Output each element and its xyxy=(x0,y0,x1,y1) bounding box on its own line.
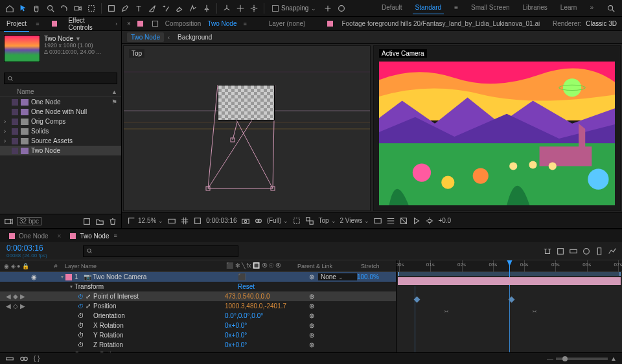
timeline-row[interactable]: ◀ ◆ ▶⏱⤢Point of Interest473.0,540.0,0.0⊚ xyxy=(0,291,396,301)
renderer-value[interactable]: Classic 3D xyxy=(586,20,617,27)
footage-panel-label[interactable]: Footage foreground hills 20/Fantasy_land… xyxy=(341,20,540,27)
motion-blur-icon[interactable] xyxy=(595,247,604,256)
search-icon[interactable] xyxy=(604,3,618,14)
parent-header[interactable]: Parent & Link xyxy=(294,263,357,269)
zoom-tool-icon[interactable] xyxy=(45,3,56,14)
timeline-tab-two-node[interactable]: Two Node≡ xyxy=(67,231,119,241)
crumb-current[interactable]: Two Node xyxy=(127,32,164,42)
ws-more-icon[interactable]: » xyxy=(587,3,596,14)
orbit-tool-icon[interactable] xyxy=(58,3,70,14)
home-icon[interactable] xyxy=(4,3,16,14)
tag-column-icon[interactable]: ▲ xyxy=(111,89,117,95)
effect-controls-tab[interactable]: Effect Controls xyxy=(65,16,109,32)
frame-blend-icon[interactable] xyxy=(582,247,591,256)
top-view[interactable]: Top xyxy=(123,45,371,211)
timeline-row[interactable]: ◉▾1📷Two Node Camera⬛⊚None ⌄100.0% xyxy=(0,272,396,282)
project-tab[interactable]: Project xyxy=(4,19,29,28)
timeline-row[interactable]: ⏱Z Rotation0x+0.0°⊚ xyxy=(0,340,396,350)
delete-icon[interactable] xyxy=(108,217,117,226)
timeline-row[interactable]: ◀ ◇ ▶⏱⤢Position1000.3,480.0,-2401.7⊚ xyxy=(0,301,396,311)
comp-tab-menu-icon[interactable]: ≡ xyxy=(243,21,246,27)
toggle-switches-icon[interactable] xyxy=(5,354,14,363)
axis-world-icon[interactable] xyxy=(235,3,246,14)
graph-editor-icon[interactable] xyxy=(608,247,617,256)
layer1-bar[interactable] xyxy=(398,277,621,285)
zoom-in-icon[interactable]: ▲ xyxy=(610,355,617,362)
eraser-tool-icon[interactable] xyxy=(174,3,185,14)
svg-point-34 xyxy=(549,162,557,170)
pixel-aspect-icon[interactable] xyxy=(399,216,408,225)
timeline-search[interactable] xyxy=(83,245,238,257)
layer-panel-label[interactable]: Layer (none) xyxy=(269,20,306,27)
axis-local-icon[interactable] xyxy=(221,3,233,14)
project-tab-menu-icon[interactable]: ≡ xyxy=(36,21,39,27)
project-item[interactable]: ›Solids xyxy=(0,126,121,136)
timeline-graph[interactable]: :00s01s02s03s04s05s06s07s With single no… xyxy=(397,260,622,352)
new-comp-icon[interactable] xyxy=(82,217,91,226)
current-time[interactable]: 0:00:03:16 00088 (24.00 fps) xyxy=(0,244,78,258)
zoom-out-icon[interactable]: — xyxy=(547,355,553,362)
project-item[interactable]: One Node⚑ xyxy=(0,97,121,107)
project-item[interactable]: One Node with Null xyxy=(0,107,121,117)
exposure-value[interactable]: +0.0 xyxy=(438,217,451,224)
project-item[interactable]: ›Orig Comps xyxy=(0,117,121,126)
close-tab-icon[interactable]: × xyxy=(127,20,131,27)
ws-standard[interactable]: Standard xyxy=(413,3,444,14)
new-folder-icon[interactable] xyxy=(95,217,104,226)
timeline-row[interactable]: ⏱Y Rotation0x+0.0°⊚ xyxy=(0,330,396,340)
roto-tool-icon[interactable] xyxy=(187,3,199,14)
exposure-icon[interactable] xyxy=(425,216,434,225)
pen-tool-icon[interactable] xyxy=(119,3,131,14)
ws-libraries[interactable]: Libraries xyxy=(520,3,550,14)
ease-handle-icon[interactable]: ⟗ xyxy=(444,307,448,314)
timeline-row[interactable]: ⏱Orientation0.0°,0.0°,0.0°⊚ xyxy=(0,311,396,321)
snapping-toggle[interactable]: Snapping ⌄ xyxy=(272,5,316,12)
index-header: # xyxy=(49,263,62,269)
pan-behind-icon[interactable] xyxy=(86,3,97,14)
selection-tool-icon[interactable] xyxy=(17,3,29,14)
ws-default[interactable]: Default xyxy=(379,3,405,14)
composition-link[interactable]: Two Node xyxy=(207,20,236,27)
toggle-modes-icon[interactable] xyxy=(19,354,29,363)
draft3d-icon[interactable] xyxy=(556,247,565,256)
project-item[interactable]: ›Source Assets xyxy=(0,136,121,146)
camera-tool-icon[interactable] xyxy=(72,3,84,14)
interpret-footage-icon[interactable] xyxy=(4,217,13,226)
snap-opt1-icon[interactable] xyxy=(322,3,334,14)
layer-name-header[interactable]: Layer Name xyxy=(62,263,222,269)
ws-small[interactable]: Small Screen xyxy=(468,3,512,14)
svg-point-4 xyxy=(253,7,255,10)
timeline-row[interactable]: ⏱X Rotation0x+0.0°⊚ xyxy=(0,321,396,330)
name-column-header[interactable]: Name xyxy=(17,88,34,95)
view-opt1-icon[interactable] xyxy=(373,216,382,225)
comp-name-dropdown-icon[interactable]: ▼ xyxy=(75,36,81,42)
brush-tool-icon[interactable] xyxy=(146,3,158,14)
axis-view-icon[interactable] xyxy=(248,3,260,14)
svg-rect-43 xyxy=(310,221,313,224)
snap-opt2-icon[interactable] xyxy=(336,3,347,14)
effect-controls-color-icon xyxy=(52,21,57,27)
timeline-zoom-slider[interactable] xyxy=(556,358,608,360)
hand-tool-icon[interactable] xyxy=(31,3,43,14)
shy-icon[interactable] xyxy=(569,247,578,256)
timeline-row[interactable]: ▾TransformReset xyxy=(0,282,396,291)
bpc-toggle[interactable]: 32 bpc xyxy=(17,218,41,225)
shape-tool-icon[interactable] xyxy=(106,3,117,14)
timeline-tab-one-node[interactable]: One Node xyxy=(6,231,51,241)
project-item[interactable]: Two Node xyxy=(0,146,121,155)
text-tool-icon[interactable] xyxy=(133,3,144,14)
expand-props-icon[interactable]: { } xyxy=(34,355,40,362)
project-search[interactable] xyxy=(4,73,117,84)
crumb-background[interactable]: Background xyxy=(174,32,216,42)
project-search-input[interactable] xyxy=(14,75,114,82)
stretch-header[interactable]: Stretch xyxy=(357,263,396,269)
active-camera-view[interactable]: Active Camera xyxy=(373,45,621,211)
clone-tool-icon[interactable] xyxy=(160,3,172,14)
ws-menu-icon[interactable]: ≡ xyxy=(452,3,461,14)
ws-learn[interactable]: Learn xyxy=(558,3,580,14)
fast-preview-icon[interactable] xyxy=(412,216,421,225)
view-opt2-icon[interactable] xyxy=(386,216,395,225)
comp-flowchart-icon[interactable] xyxy=(543,247,552,256)
ease-handle-icon[interactable]: ⟗ xyxy=(533,307,536,314)
pin-tool-icon[interactable] xyxy=(201,3,213,14)
